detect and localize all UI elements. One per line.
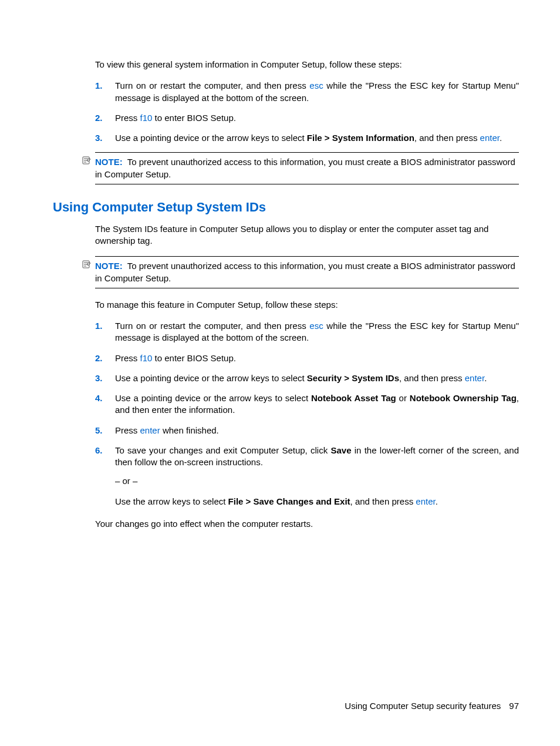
list-number: 1. (95, 80, 115, 104)
list-number: 2. (95, 352, 115, 364)
note-text: To prevent unauthorized access to this i… (95, 157, 515, 179)
key-enter: enter (465, 373, 484, 383)
note-icon (82, 156, 92, 165)
list-number: 1. (95, 320, 115, 344)
list-text: Press f10 to enter BIOS Setup. (115, 352, 519, 364)
section-heading: Using Computer Setup System IDs (53, 200, 519, 215)
list-number: 2. (95, 112, 115, 124)
note-block: NOTE: To prevent unauthorized access to … (95, 256, 519, 288)
key-esc: esc (309, 321, 323, 331)
key-enter: enter (416, 496, 435, 506)
key-f10: f10 (140, 353, 153, 363)
note-text: To prevent unauthorized access to this i… (95, 261, 515, 283)
key-enter: enter (140, 425, 160, 435)
paragraph: To manage this feature in Computer Setup… (95, 299, 519, 311)
key-enter: enter (480, 133, 500, 143)
list-item: 6. To save your changes and exit Compute… (95, 445, 519, 508)
menu-path: File > System Information (307, 133, 414, 143)
menu-path: File > Save Changes and Exit (228, 496, 350, 506)
menu-path: Notebook Asset Tag (311, 393, 396, 403)
list-item: 3. Use a pointing device or the arrow ke… (95, 372, 519, 384)
menu-path: Security > System IDs (307, 373, 399, 383)
list-number: 3. (95, 372, 115, 384)
closing-paragraph: Your changes go into effect when the com… (95, 518, 519, 530)
list-text: Press f10 to enter BIOS Setup. (115, 112, 519, 124)
list-text: Turn on or restart the computer, and the… (115, 320, 519, 344)
list-item: 2. Press f10 to enter BIOS Setup. (95, 352, 519, 364)
note-block: NOTE: To prevent unauthorized access to … (95, 152, 519, 184)
list-text: To save your changes and exit Computer S… (115, 445, 519, 508)
list-item: 1. Turn on or restart the computer, and … (95, 320, 519, 344)
note-label: NOTE: (95, 157, 123, 167)
or-separator: – or – (115, 475, 519, 487)
page-footer: Using Computer Setup security features97 (345, 701, 519, 711)
key-esc: esc (309, 80, 323, 90)
intro-paragraph: To view this general system information … (95, 59, 519, 70)
list-text: Use a pointing device or the arrow keys … (115, 372, 519, 384)
menu-path: Notebook Ownership Tag (410, 393, 517, 403)
list-text: Use a pointing device or the arrow keys … (115, 132, 519, 144)
list-item: 1. Turn on or restart the computer, and … (95, 80, 519, 104)
list-item: 4. Use a pointing device or the arrow ke… (95, 392, 519, 416)
list-number: 4. (95, 392, 115, 416)
note-label: NOTE: (95, 261, 123, 271)
paragraph: The System IDs feature in Computer Setup… (95, 223, 519, 247)
list-item: 2. Press f10 to enter BIOS Setup. (95, 112, 519, 124)
list-number: 3. (95, 132, 115, 144)
list-text: Press enter when finished. (115, 425, 519, 436)
note-icon (82, 260, 92, 269)
list-number: 5. (95, 425, 115, 436)
page-number: 97 (509, 701, 519, 711)
key-f10: f10 (140, 113, 153, 123)
document-page: To view this general system information … (0, 0, 560, 746)
button-name: Save (330, 445, 351, 455)
list-number: 6. (95, 445, 115, 508)
footer-text: Using Computer Setup security features (345, 701, 501, 711)
list-text: Use a pointing device or the arrow keys … (115, 392, 519, 416)
list-item: 3. Use a pointing device or the arrow ke… (95, 132, 519, 144)
list-text: Turn on or restart the computer, and the… (115, 80, 519, 104)
list-item: 5. Press enter when finished. (95, 425, 519, 436)
